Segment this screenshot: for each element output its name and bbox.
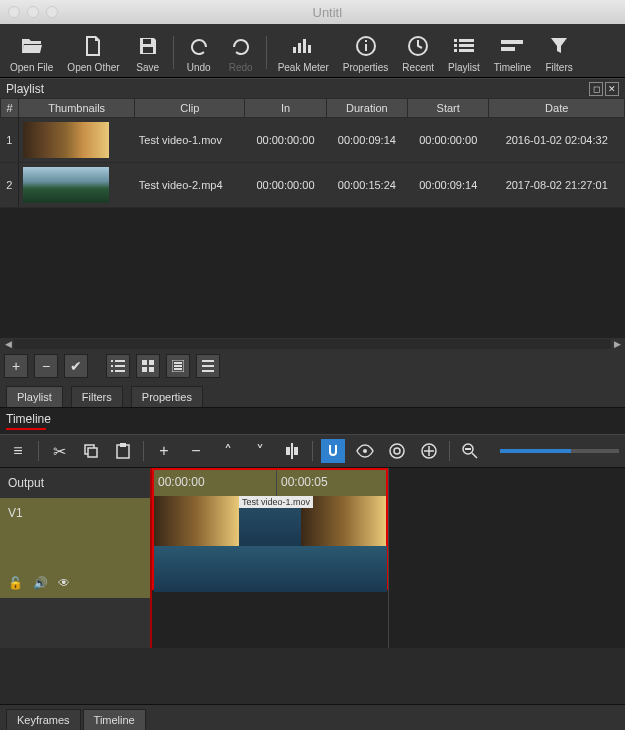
info-icon: [356, 32, 376, 60]
undo-button[interactable]: Undo: [179, 32, 219, 73]
open-other-button[interactable]: Open Other: [61, 32, 125, 73]
selection-rect: 00:00:0000:00:05 Test video-1.mov: [152, 468, 388, 590]
tab-playlist[interactable]: Playlist: [6, 386, 63, 407]
scrub-icon[interactable]: [353, 439, 377, 463]
ripple-all-icon[interactable]: [417, 439, 441, 463]
peak-meter-icon: [292, 32, 314, 60]
playlist-table: # Thumbnails Clip In Duration Start Date…: [0, 98, 625, 208]
bottom-tabbar: Keyframes Timeline: [0, 704, 625, 730]
col-thumbs[interactable]: Thumbnails: [19, 99, 135, 118]
filters-button[interactable]: Filters: [539, 32, 579, 73]
ripple-icon[interactable]: [385, 439, 409, 463]
svg-rect-15: [501, 47, 515, 51]
col-num[interactable]: #: [1, 99, 19, 118]
svg-rect-9: [459, 39, 474, 42]
lock-icon[interactable]: 🔓: [8, 576, 23, 590]
funnel-icon: [550, 32, 568, 60]
timeline-tracks[interactable]: 00:00:0000:00:05 Test video-1.mov: [150, 468, 625, 648]
svg-rect-23: [149, 360, 154, 365]
view-list-button[interactable]: [106, 354, 130, 378]
menu-button[interactable]: [196, 354, 220, 378]
scroll-left-icon[interactable]: ◀: [2, 339, 14, 349]
redo-icon: [231, 32, 251, 60]
col-clip[interactable]: Clip: [135, 99, 245, 118]
save-button[interactable]: Save: [128, 32, 168, 73]
col-in[interactable]: In: [245, 99, 326, 118]
append-icon[interactable]: +: [152, 439, 176, 463]
col-start[interactable]: Start: [408, 99, 489, 118]
tab-timeline[interactable]: Timeline: [83, 709, 146, 730]
main-toolbar: Open File Open Other Save Undo Redo Peak…: [0, 24, 625, 78]
minimize-window-icon[interactable]: [27, 6, 39, 18]
redo-button[interactable]: Redo: [221, 32, 261, 73]
time-ruler[interactable]: 00:00:0000:00:05: [154, 470, 386, 496]
panel-close-icon[interactable]: ✕: [605, 82, 619, 96]
playlist-button[interactable]: Playlist: [442, 32, 486, 73]
timeline-clip[interactable]: [301, 496, 386, 546]
middle-tabbar: Playlist Filters Properties: [0, 382, 625, 408]
peak-meter-button[interactable]: Peak Meter: [272, 32, 335, 73]
svg-rect-19: [115, 365, 125, 367]
timeline-menu-icon[interactable]: ≡: [6, 439, 30, 463]
mute-icon[interactable]: 🔊: [33, 576, 48, 590]
scroll-right-icon[interactable]: ▶: [611, 339, 623, 349]
svg-rect-5: [365, 44, 367, 51]
zoom-slider[interactable]: [500, 449, 619, 453]
svg-rect-16: [111, 360, 113, 362]
clock-icon: [408, 32, 428, 60]
table-row[interactable]: 1 Test video-1.mov 00:00:00:00 00:00:09:…: [1, 118, 625, 163]
overwrite-icon[interactable]: ˅: [248, 439, 272, 463]
recent-button[interactable]: Recent: [396, 32, 440, 73]
clip-label: Test video-1.mov: [239, 496, 313, 508]
timeline-panel-header: Timeline: [0, 408, 625, 434]
copy-icon[interactable]: [79, 439, 103, 463]
svg-rect-1: [298, 43, 301, 53]
horizontal-scrollbar[interactable]: ◀ ▶: [0, 338, 625, 350]
svg-rect-38: [286, 447, 290, 455]
split-icon[interactable]: [280, 439, 304, 463]
properties-button[interactable]: Properties: [337, 32, 395, 73]
svg-rect-6: [365, 40, 367, 42]
hide-icon[interactable]: 👁: [58, 576, 70, 590]
paste-icon[interactable]: [111, 439, 135, 463]
timeline-clip-body[interactable]: [154, 546, 387, 592]
traffic-lights[interactable]: [8, 6, 58, 18]
lift-icon[interactable]: ˄: [216, 439, 240, 463]
svg-rect-28: [174, 365, 182, 367]
zoom-out-icon[interactable]: [458, 439, 482, 463]
svg-rect-17: [115, 360, 125, 362]
svg-point-41: [390, 444, 404, 458]
svg-rect-20: [111, 370, 113, 372]
view-icons-button[interactable]: [166, 354, 190, 378]
add-button[interactable]: +: [4, 354, 28, 378]
remove-button[interactable]: −: [34, 354, 58, 378]
table-row[interactable]: 2 Test video-2.mp4 00:00:00:00 00:00:15:…: [1, 163, 625, 208]
tab-properties[interactable]: Properties: [131, 386, 203, 407]
svg-rect-36: [120, 443, 126, 447]
tab-keyframes[interactable]: Keyframes: [6, 709, 81, 730]
cut-icon[interactable]: ✂: [47, 439, 71, 463]
update-button[interactable]: ✔: [64, 354, 88, 378]
remove-icon[interactable]: −: [184, 439, 208, 463]
v1-track[interactable]: Test video-1.mov: [154, 496, 386, 546]
tab-filters[interactable]: Filters: [71, 386, 123, 407]
col-date[interactable]: Date: [489, 99, 625, 118]
timeline-clip[interactable]: Test video-1.mov: [154, 496, 239, 546]
svg-rect-31: [202, 365, 214, 367]
zoom-window-icon[interactable]: [46, 6, 58, 18]
svg-rect-37: [291, 443, 293, 459]
open-file-button[interactable]: Open File: [4, 32, 59, 73]
playlist-empty-area[interactable]: [0, 208, 625, 338]
v1-track-header[interactable]: V1 🔓 🔊 👁: [0, 498, 150, 598]
playlist-panel-title: Playlist: [6, 82, 44, 96]
svg-rect-11: [459, 44, 474, 47]
col-duration[interactable]: Duration: [326, 99, 407, 118]
close-window-icon[interactable]: [8, 6, 20, 18]
panel-float-icon[interactable]: ◻: [589, 82, 603, 96]
timeline-button[interactable]: Timeline: [488, 32, 537, 73]
view-tiles-button[interactable]: [136, 354, 160, 378]
snap-icon[interactable]: [321, 439, 345, 463]
output-row[interactable]: Output: [0, 468, 150, 498]
timeline-body: Output V1 🔓 🔊 👁 00:00:0000:00:05 Test vi…: [0, 468, 625, 648]
svg-rect-21: [115, 370, 125, 372]
